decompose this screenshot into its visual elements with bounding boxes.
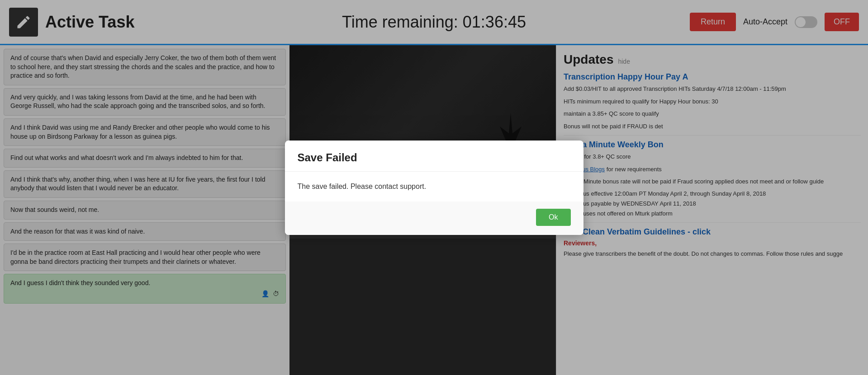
modal-overlay: Save Failed The save failed. Please cont… (0, 0, 868, 375)
modal-footer: Ok (285, 202, 583, 235)
ok-button[interactable]: Ok (536, 209, 570, 226)
modal-header: Save Failed (285, 141, 583, 172)
modal-body: The save failed. Please contact support. (285, 172, 583, 202)
modal-title: Save Failed (298, 151, 571, 164)
modal-message: The save failed. Please contact support. (298, 183, 571, 191)
save-failed-modal: Save Failed The save failed. Please cont… (285, 141, 583, 235)
